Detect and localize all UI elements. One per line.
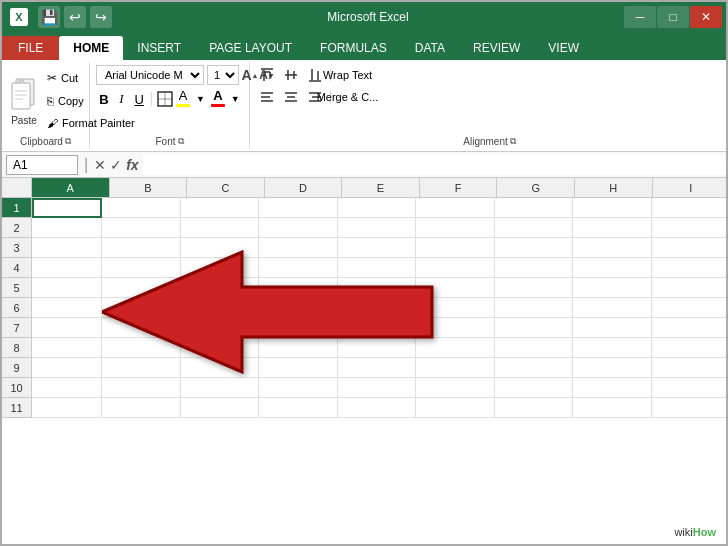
alignment-expand-icon[interactable]: ⧉ — [510, 136, 516, 147]
cell-B7[interactable] — [102, 318, 181, 338]
cell-I4[interactable] — [652, 258, 729, 278]
cell-E9[interactable] — [338, 358, 417, 378]
cell-A6[interactable] — [32, 298, 102, 318]
formula-function-button[interactable]: fx — [126, 157, 138, 173]
formula-confirm-button[interactable]: ✓ — [110, 157, 122, 173]
select-all-button[interactable] — [2, 178, 32, 197]
col-header-F[interactable]: F — [420, 178, 498, 197]
row-header-6[interactable]: 6 — [2, 298, 32, 318]
col-header-E[interactable]: E — [342, 178, 420, 197]
cell-F6[interactable] — [416, 298, 495, 318]
wrap-text-button[interactable]: Wrap Text — [335, 65, 357, 85]
cell-C8[interactable] — [181, 338, 260, 358]
cell-H6[interactable] — [573, 298, 652, 318]
cell-H9[interactable] — [573, 358, 652, 378]
cell-A1[interactable] — [32, 198, 102, 218]
cell-D1[interactable] — [259, 198, 338, 218]
align-top-button[interactable] — [256, 65, 278, 85]
cell-B4[interactable] — [102, 258, 181, 278]
merge-center-button[interactable]: Merge & C... — [335, 87, 357, 107]
cell-B9[interactable] — [102, 358, 181, 378]
cell-G9[interactable] — [495, 358, 574, 378]
undo-button[interactable]: ↩ — [64, 6, 86, 28]
font-size-select[interactable]: 10 — [207, 65, 239, 85]
maximize-button[interactable]: □ — [657, 6, 689, 28]
align-left-button[interactable] — [256, 87, 278, 107]
formula-cancel-button[interactable]: ✕ — [94, 157, 106, 173]
row-header-5[interactable]: 5 — [2, 278, 32, 298]
row-header-9[interactable]: 9 — [2, 358, 32, 378]
cell-C6[interactable] — [181, 298, 260, 318]
cell-A4[interactable] — [32, 258, 102, 278]
cell-F7[interactable] — [416, 318, 495, 338]
cell-I11[interactable] — [652, 398, 729, 418]
cell-G2[interactable] — [495, 218, 574, 238]
cell-D6[interactable] — [259, 298, 338, 318]
cell-H5[interactable] — [573, 278, 652, 298]
save-button[interactable]: 💾 — [38, 6, 60, 28]
col-header-I[interactable]: I — [653, 178, 729, 197]
tab-review[interactable]: REVIEW — [459, 36, 534, 60]
paste-button[interactable]: Paste — [6, 64, 42, 136]
cell-E1[interactable] — [338, 198, 417, 218]
cell-A5[interactable] — [32, 278, 102, 298]
cell-C9[interactable] — [181, 358, 260, 378]
row-header-8[interactable]: 8 — [2, 338, 32, 358]
cell-C5[interactable] — [181, 278, 260, 298]
align-middle-button[interactable] — [280, 65, 302, 85]
cell-D10[interactable] — [259, 378, 338, 398]
col-header-D[interactable]: D — [265, 178, 343, 197]
cell-B1[interactable] — [102, 198, 181, 218]
cell-E3[interactable] — [338, 238, 417, 258]
border-button[interactable] — [156, 88, 174, 110]
cell-I6[interactable] — [652, 298, 729, 318]
cell-D7[interactable] — [259, 318, 338, 338]
formula-input[interactable] — [143, 155, 726, 175]
cell-B3[interactable] — [102, 238, 181, 258]
row-header-10[interactable]: 10 — [2, 378, 32, 398]
cell-G7[interactable] — [495, 318, 574, 338]
row-header-3[interactable]: 3 — [2, 238, 32, 258]
cell-A3[interactable] — [32, 238, 102, 258]
cell-E2[interactable] — [338, 218, 417, 238]
italic-button[interactable]: I — [114, 88, 130, 110]
cell-G8[interactable] — [495, 338, 574, 358]
cell-G1[interactable] — [495, 198, 574, 218]
tab-data[interactable]: DATA — [401, 36, 459, 60]
name-box[interactable]: A1 — [6, 155, 78, 175]
close-button[interactable]: ✕ — [690, 6, 722, 28]
redo-button[interactable]: ↪ — [90, 6, 112, 28]
cell-B5[interactable] — [102, 278, 181, 298]
tab-file[interactable]: FILE — [2, 36, 59, 60]
cell-E8[interactable] — [338, 338, 417, 358]
cell-H4[interactable] — [573, 258, 652, 278]
cell-A11[interactable] — [32, 398, 102, 418]
row-header-7[interactable]: 7 — [2, 318, 32, 338]
cell-F4[interactable] — [416, 258, 495, 278]
dropdown-arrow1[interactable]: ▼ — [193, 88, 209, 110]
cell-I2[interactable] — [652, 218, 729, 238]
cell-I5[interactable] — [652, 278, 729, 298]
cell-D8[interactable] — [259, 338, 338, 358]
align-center-button[interactable] — [280, 87, 302, 107]
cell-C2[interactable] — [181, 218, 260, 238]
cell-C11[interactable] — [181, 398, 260, 418]
cell-C1[interactable] — [181, 198, 260, 218]
row-header-4[interactable]: 4 — [2, 258, 32, 278]
font-expand-icon[interactable]: ⧉ — [178, 136, 184, 147]
cell-G11[interactable] — [495, 398, 574, 418]
col-header-G[interactable]: G — [497, 178, 575, 197]
cell-H1[interactable] — [573, 198, 652, 218]
row-header-2[interactable]: 2 — [2, 218, 32, 238]
clipboard-expand-icon[interactable]: ⧉ — [65, 136, 71, 147]
row-header-11[interactable]: 11 — [2, 398, 32, 418]
cell-I9[interactable] — [652, 358, 729, 378]
fill-color-button[interactable]: A — [176, 88, 191, 110]
cell-H2[interactable] — [573, 218, 652, 238]
bold-button[interactable]: B — [96, 88, 112, 110]
cell-B6[interactable] — [102, 298, 181, 318]
cell-A8[interactable] — [32, 338, 102, 358]
tab-insert[interactable]: INSERT — [123, 36, 195, 60]
cell-I3[interactable] — [652, 238, 729, 258]
cell-I8[interactable] — [652, 338, 729, 358]
